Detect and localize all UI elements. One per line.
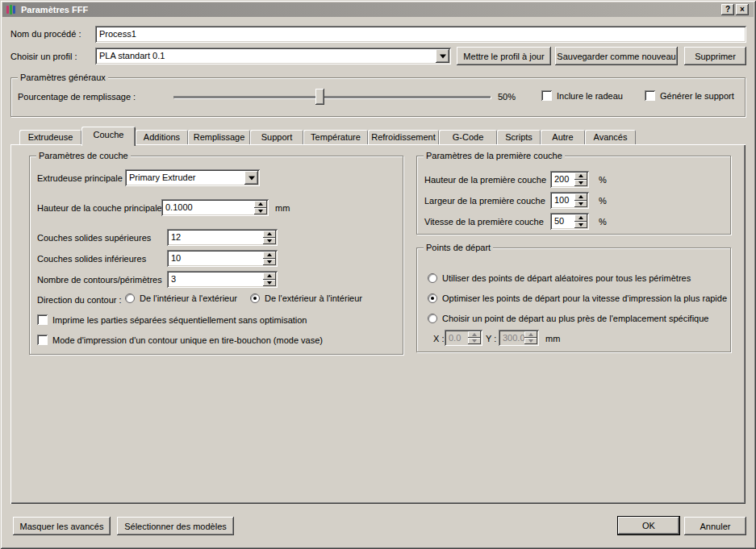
- start-point-optimize-label: Optimiser les points de départ pour la v…: [442, 293, 727, 303]
- include-raft-checkbox[interactable]: Inclure le radeau: [541, 90, 623, 101]
- direction-inside-out-radio[interactable]: De l'intérieur à l'extérieur: [125, 293, 237, 303]
- support-checkbox-label: Générer le support: [660, 91, 734, 101]
- sequential-checkbox-box[interactable]: [37, 314, 48, 325]
- outline-count-label: Nombre de contours/périmètres: [37, 275, 162, 285]
- layer-height-unit: mm: [275, 203, 290, 213]
- profile-value: PLA standart 0.1: [99, 51, 165, 60]
- spin-up-icon[interactable]: [574, 193, 587, 201]
- start-point-location-radio[interactable]: Choisir un point de départ au plus près …: [428, 314, 708, 323]
- first-layer-height-value: 200: [554, 174, 569, 184]
- radio-selected-icon[interactable]: [428, 293, 437, 303]
- spin-down-icon[interactable]: [574, 222, 587, 229]
- window-title: Paramètres FFF: [21, 5, 88, 15]
- first-layer-height-spinbox[interactable]: 200: [550, 171, 589, 188]
- layer-height-spinbox[interactable]: 0.1000: [161, 199, 269, 216]
- first-layer-width-unit: %: [599, 196, 607, 206]
- tab-support[interactable]: Support: [250, 130, 303, 145]
- outline-count-spinbox[interactable]: 3: [167, 271, 278, 288]
- primary-extruder-label: Extrudeuse principale: [37, 173, 123, 183]
- primary-extruder-combobox[interactable]: Primary Extruder: [125, 169, 260, 186]
- tab-autre[interactable]: Autre: [541, 130, 585, 145]
- tab-gcode[interactable]: G-Code: [439, 130, 497, 145]
- spin-up-icon: [468, 331, 481, 338]
- radio-selected-icon[interactable]: [250, 293, 260, 303]
- start-point-unit: mm: [545, 334, 560, 343]
- save-as-new-button[interactable]: Sauvegarder comme nouveau: [555, 47, 678, 65]
- tab-extrudeuse[interactable]: Extrudeuse: [19, 130, 81, 145]
- first-layer-title: Paramètres de la première couche: [424, 151, 565, 160]
- radio-icon[interactable]: [125, 293, 135, 303]
- spin-down-icon[interactable]: [254, 208, 267, 215]
- layer-height-value: 0.1000: [165, 202, 193, 212]
- spin-down-icon: [524, 338, 537, 344]
- update-profile-button[interactable]: Mettre le profil à jour: [457, 47, 551, 65]
- help-button[interactable]: ?: [721, 4, 734, 15]
- close-button[interactable]: ×: [736, 4, 749, 15]
- first-layer-width-value: 100: [554, 195, 569, 205]
- general-settings-title: Paramètres généraux: [18, 73, 108, 82]
- top-layers-spinbox[interactable]: 12: [167, 229, 278, 246]
- select-models-button[interactable]: Sélectionner des modèles: [117, 517, 234, 535]
- tab-avances[interactable]: Avancés: [585, 130, 636, 145]
- vase-checkbox-box[interactable]: [37, 335, 48, 345]
- first-layer-speed-value: 50: [554, 216, 564, 226]
- cancel-button[interactable]: Annuler: [684, 517, 746, 535]
- chevron-down-icon[interactable]: [244, 171, 258, 185]
- process-name-input[interactable]: Process1: [95, 26, 746, 43]
- start-point-optimize-radio[interactable]: Optimiser les points de départ pour la v…: [428, 293, 727, 303]
- primary-extruder-value: Primary Extruder: [129, 173, 196, 182]
- first-layer-speed-label: Vitesse de la première couche: [424, 217, 544, 227]
- tab-additions[interactable]: Additions: [136, 130, 188, 145]
- start-x-value: 0.0: [449, 333, 461, 343]
- delete-profile-button[interactable]: Supprimer: [684, 47, 746, 65]
- bottom-layers-spinbox[interactable]: 10: [167, 250, 278, 267]
- tab-couche[interactable]: Couche: [81, 127, 136, 146]
- sequential-printing-checkbox[interactable]: Imprime les parties séparées séquentiell…: [37, 314, 307, 325]
- spin-down-icon[interactable]: [263, 280, 276, 287]
- spin-up-icon[interactable]: [254, 201, 267, 208]
- infill-slider-track[interactable]: [173, 96, 491, 98]
- tab-scripts[interactable]: Scripts: [497, 130, 541, 145]
- profile-combobox[interactable]: PLA standart 0.1: [95, 48, 451, 64]
- ok-button[interactable]: OK: [617, 516, 680, 535]
- bottom-layers-label: Couches solides inférieures: [37, 254, 146, 264]
- bottom-layers-value: 10: [171, 253, 181, 263]
- spin-up-icon[interactable]: [263, 252, 276, 259]
- first-layer-width-spinbox[interactable]: 100: [550, 192, 589, 209]
- tab-refroidissement[interactable]: Refroidissement: [368, 130, 439, 145]
- sequential-checkbox-label: Imprime les parties séparées séquentiell…: [52, 315, 307, 325]
- infill-percent-value: 50%: [498, 92, 516, 102]
- first-layer-width-label: Largeur de la première couche: [424, 196, 545, 206]
- spin-up-icon[interactable]: [574, 214, 587, 222]
- direction-outside-in-label: De l'extérieur à l'intérieur: [265, 293, 362, 303]
- title-bar[interactable]: Paramètres FFF ? ×: [2, 2, 754, 17]
- vase-checkbox-label: Mode d'impression d'un contour unique en…: [52, 335, 323, 345]
- spin-down-icon[interactable]: [263, 259, 276, 266]
- radio-icon[interactable]: [428, 273, 437, 283]
- start-y-value: 300.0: [503, 333, 525, 343]
- outline-count-value: 3: [171, 274, 176, 284]
- spin-down-icon[interactable]: [574, 180, 587, 187]
- chevron-down-icon[interactable]: [436, 49, 449, 63]
- spin-up-icon[interactable]: [263, 231, 276, 238]
- start-point-random-radio[interactable]: Utiliser des points de départ aléatoires…: [428, 273, 691, 283]
- infill-percent-label: Pourcentage de remplissage :: [18, 92, 136, 102]
- radio-icon[interactable]: [428, 314, 437, 323]
- start-point-location-label: Choisir un point de départ au plus près …: [442, 314, 708, 323]
- tab-temperature[interactable]: Température: [303, 130, 368, 145]
- vase-mode-checkbox[interactable]: Mode d'impression d'un contour unique en…: [37, 335, 323, 345]
- hide-advanced-button[interactable]: Masquer les avancés: [13, 517, 111, 535]
- direction-outside-in-radio[interactable]: De l'extérieur à l'intérieur: [250, 293, 362, 303]
- spin-up-icon[interactable]: [263, 272, 276, 280]
- app-logo-icon: [5, 4, 16, 15]
- tab-remplissage[interactable]: Remplissage: [188, 130, 250, 145]
- spin-up-icon[interactable]: [574, 173, 587, 180]
- first-layer-speed-spinbox[interactable]: 50: [550, 213, 589, 230]
- generate-support-checkbox[interactable]: Générer le support: [645, 90, 734, 101]
- support-checkbox-box[interactable]: [645, 90, 655, 101]
- spin-down-icon[interactable]: [263, 238, 276, 245]
- fff-settings-dialog: Paramètres FFF ? × Nom du procédé : Proc…: [0, 0, 756, 549]
- infill-slider-thumb[interactable]: [315, 89, 324, 105]
- raft-checkbox-box[interactable]: [541, 90, 552, 101]
- spin-down-icon[interactable]: [574, 201, 587, 208]
